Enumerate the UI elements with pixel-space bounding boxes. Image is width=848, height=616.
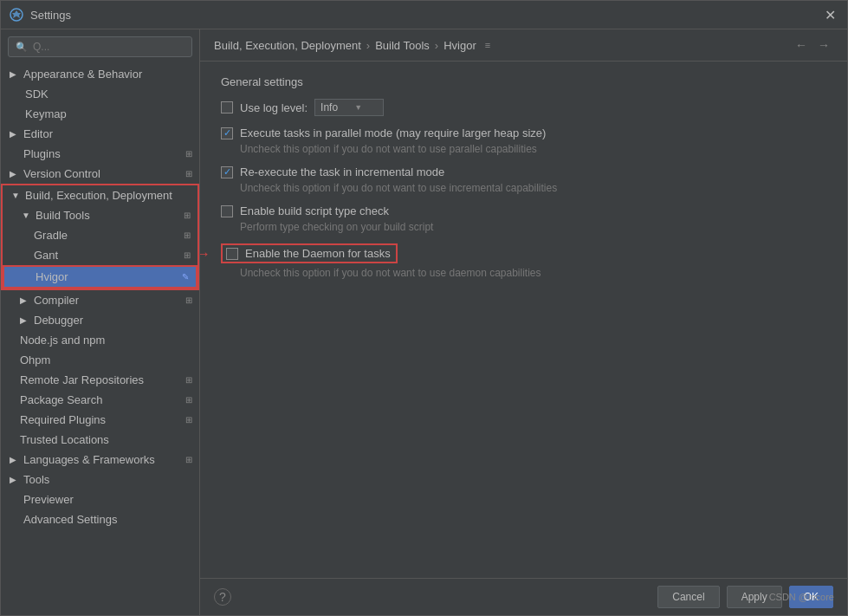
log-level-select[interactable]: Info ▼ bbox=[314, 99, 384, 116]
sidebar-item-label: Languages & Frameworks bbox=[23, 453, 155, 466]
parallel-mode-hint: Uncheck this option if you do not want t… bbox=[240, 143, 826, 155]
sidebar-item-keymap[interactable]: Keymap bbox=[1, 104, 199, 124]
sidebar-item-label: Required Plugins bbox=[20, 413, 106, 426]
arrow-icon: ▼ bbox=[22, 211, 32, 220]
apply-button[interactable]: Apply bbox=[727, 586, 782, 608]
sidebar-item-nodejs[interactable]: Node.js and npm bbox=[1, 330, 199, 350]
sidebar-item-gant[interactable]: Gant ⊞ bbox=[3, 245, 197, 265]
sidebar-item-ohpm[interactable]: Ohpm bbox=[1, 350, 199, 370]
sidebar-item-label: Ohpm bbox=[20, 353, 50, 366]
search-box[interactable]: 🔍 bbox=[8, 36, 192, 57]
parallel-mode-row: Execute tasks in parallel mode (may requ… bbox=[221, 126, 826, 139]
annotation-arrow: → bbox=[200, 245, 210, 263]
sidebar-item-remote-jar[interactable]: Remote Jar Repositories ⊞ bbox=[1, 370, 199, 390]
use-log-level-label: Use log level: bbox=[240, 101, 307, 114]
sidebar-item-tools[interactable]: ▶ Tools bbox=[1, 470, 199, 490]
sidebar-item-languages[interactable]: ▶ Languages & Frameworks ⊞ bbox=[1, 450, 199, 470]
sidebar-item-label: SDK bbox=[25, 88, 49, 101]
breadcrumb: Build, Execution, Deployment › Build Too… bbox=[214, 39, 490, 52]
sidebar-item-label: Plugins bbox=[23, 147, 61, 160]
gradle-icon: ⊞ bbox=[184, 230, 191, 240]
rp-icon: ⊞ bbox=[185, 415, 192, 425]
daemon-label: Enable the Daemon for tasks bbox=[245, 247, 391, 260]
sidebar-item-label: Trusted Locations bbox=[20, 433, 109, 446]
main-content: Build, Execution, Deployment › Build Too… bbox=[200, 29, 847, 615]
sidebar-item-label: Gant bbox=[34, 249, 58, 262]
search-icon: 🔍 bbox=[16, 42, 28, 53]
sidebar-item-build-tools[interactable]: ▼ Build Tools ⊞ bbox=[3, 205, 197, 225]
sidebar-item-advanced[interactable]: Advanced Settings bbox=[1, 509, 199, 529]
incremental-mode-checkbox[interactable] bbox=[221, 166, 233, 178]
settings-dialog: Settings ✕ 🔍 ▶ Appearance & Behavior SDK… bbox=[0, 0, 848, 616]
sidebar-item-editor[interactable]: ▶ Editor bbox=[1, 124, 199, 144]
sidebar-item-trusted-locations[interactable]: Trusted Locations bbox=[1, 430, 199, 450]
arrow-icon: ▶ bbox=[10, 129, 20, 139]
breadcrumb-sep1: › bbox=[366, 39, 370, 52]
breadcrumb-bar: Build, Execution, Deployment › Build Too… bbox=[200, 29, 847, 62]
sidebar-item-previewer[interactable]: Previewer bbox=[1, 490, 199, 509]
dialog-body: 🔍 ▶ Appearance & Behavior SDK Keymap ▶ E… bbox=[1, 29, 847, 615]
sidebar-item-label: Appearance & Behavior bbox=[23, 68, 142, 81]
nav-arrows: ← → bbox=[792, 36, 833, 54]
sidebar-item-build-exec[interactable]: ▼ Build, Execution, Deployment bbox=[3, 185, 197, 205]
cancel-button[interactable]: Cancel bbox=[657, 586, 719, 608]
breadcrumb-part1: Build, Execution, Deployment bbox=[214, 39, 361, 52]
daemon-row-wrapper: Enable the Daemon for tasks → bbox=[221, 243, 826, 263]
incremental-mode-label: Re-execute the task in incremental mode bbox=[240, 165, 444, 178]
arrow-icon: ▶ bbox=[10, 169, 20, 178]
sidebar-item-debugger[interactable]: ▶ Debugger bbox=[1, 310, 199, 330]
arrow-icon: ▶ bbox=[20, 315, 30, 325]
use-log-level-checkbox[interactable] bbox=[221, 101, 233, 113]
sidebar-item-compiler[interactable]: ▶ Compiler ⊞ bbox=[1, 290, 199, 310]
dialog-title: Settings bbox=[30, 9, 71, 22]
build-script-check-label: Enable build script type check bbox=[240, 204, 389, 217]
lf-icon: ⊞ bbox=[185, 455, 192, 464]
sidebar-item-plugins[interactable]: Plugins ⊞ bbox=[1, 144, 199, 164]
search-input[interactable] bbox=[33, 41, 184, 53]
help-button[interactable]: ? bbox=[214, 588, 231, 606]
ps-icon: ⊞ bbox=[185, 395, 192, 405]
sidebar-item-sdk[interactable]: SDK bbox=[1, 84, 199, 104]
sidebar-item-label: Remote Jar Repositories bbox=[20, 373, 144, 386]
gant-icon: ⊞ bbox=[184, 250, 191, 260]
title-bar-left: Settings bbox=[10, 8, 71, 22]
daemon-checkbox[interactable] bbox=[226, 248, 238, 260]
sidebar: 🔍 ▶ Appearance & Behavior SDK Keymap ▶ E… bbox=[1, 29, 200, 615]
close-button[interactable]: ✕ bbox=[821, 6, 838, 23]
sidebar-item-label: Previewer bbox=[23, 493, 74, 506]
sidebar-item-gradle[interactable]: Gradle ⊞ bbox=[3, 225, 197, 245]
back-button[interactable]: ← bbox=[792, 36, 811, 54]
vc-icon: ⊞ bbox=[185, 169, 192, 178]
arrow-icon: ▶ bbox=[10, 475, 20, 484]
arrow-icon: ▶ bbox=[10, 455, 20, 464]
breadcrumb-part3: Hvigor bbox=[443, 39, 476, 52]
sidebar-item-label: Debugger bbox=[34, 314, 83, 327]
sidebar-item-label: Compiler bbox=[34, 294, 79, 307]
parallel-mode-label: Execute tasks in parallel mode (may requ… bbox=[240, 126, 546, 139]
log-level-value: Info bbox=[320, 101, 338, 113]
parallel-mode-checkbox[interactable] bbox=[221, 127, 233, 139]
build-script-check-checkbox[interactable] bbox=[221, 205, 233, 217]
sidebar-item-required-plugins[interactable]: Required Plugins ⊞ bbox=[1, 410, 199, 430]
sidebar-item-label: Tools bbox=[23, 473, 49, 486]
sidebar-item-label: Package Search bbox=[20, 393, 102, 406]
build-script-hint: Perform type checking on your build scri… bbox=[240, 221, 826, 233]
build-exec-section: ▼ Build, Execution, Deployment ▼ Build T… bbox=[1, 184, 199, 290]
sidebar-item-label: Advanced Settings bbox=[23, 513, 117, 526]
sidebar-item-label: Editor bbox=[23, 127, 53, 140]
forward-button[interactable]: → bbox=[814, 36, 833, 54]
sidebar-item-hvigor[interactable]: Hvigor ✎ bbox=[3, 265, 197, 289]
section-title: General settings bbox=[221, 75, 826, 88]
sidebar-item-label: Version Control bbox=[23, 167, 100, 180]
sidebar-item-appearance[interactable]: ▶ Appearance & Behavior bbox=[1, 64, 199, 84]
daemon-row: Enable the Daemon for tasks bbox=[221, 243, 826, 263]
svg-marker-1 bbox=[12, 10, 21, 18]
content-area: General settings Use log level: Info ▼ E… bbox=[200, 62, 847, 578]
ok-button[interactable]: OK bbox=[789, 586, 833, 608]
incremental-mode-row: Re-execute the task in incremental mode bbox=[221, 165, 826, 178]
title-bar: Settings ✕ bbox=[1, 1, 847, 29]
sidebar-item-package-search[interactable]: Package Search ⊞ bbox=[1, 390, 199, 410]
chevron-down-icon: ▼ bbox=[354, 103, 362, 112]
sidebar-item-version-control[interactable]: ▶ Version Control ⊞ bbox=[1, 164, 199, 184]
compiler-icon: ⊞ bbox=[185, 295, 192, 305]
